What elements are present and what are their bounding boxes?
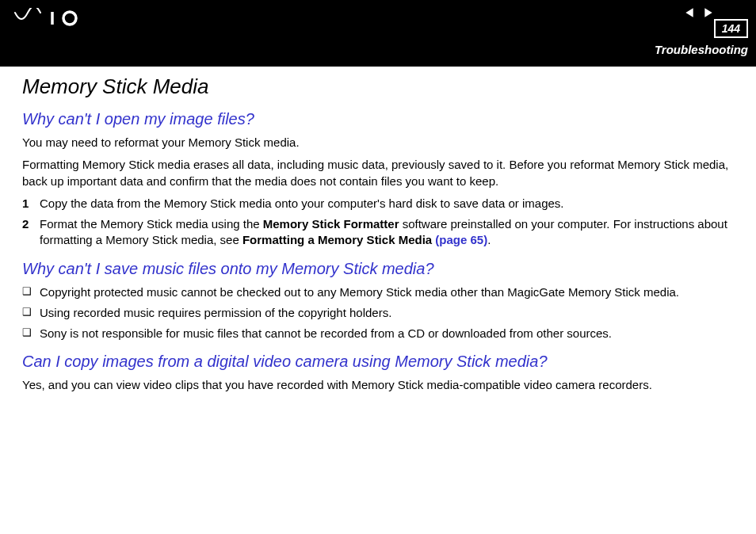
software-name: Memory Stick Formatter: [263, 217, 399, 231]
nav-arrows: [682, 6, 716, 19]
page-reference-link[interactable]: (page 65): [432, 233, 487, 246]
question-heading-1: Why can't I open my image files?: [22, 110, 739, 128]
step-text: Format the Memory Stick media using the …: [40, 216, 739, 249]
svg-marker-2: [685, 8, 693, 17]
section-label: Troubleshooting: [655, 43, 748, 56]
next-page-arrow-icon[interactable]: [701, 6, 716, 19]
bullet-icon: ❑: [22, 305, 40, 321]
ordered-step-1: 1 Copy the data from the Memory Stick me…: [22, 196, 739, 212]
bullet-text: Copyright protected music cannot be chec…: [40, 284, 739, 300]
step-number: 1: [22, 196, 40, 212]
page-title: Memory Stick Media: [22, 74, 739, 99]
bullet-item: ❑ Using recorded music requires permissi…: [22, 305, 739, 321]
question-heading-2: Why can't I save music files onto my Mem…: [22, 260, 739, 278]
ordered-step-2: 2 Format the Memory Stick media using th…: [22, 216, 739, 249]
question-heading-3: Can I copy images from a digital video c…: [22, 353, 739, 371]
step-text: Copy the data from the Memory Stick medi…: [40, 196, 739, 212]
bullet-icon: ❑: [22, 326, 40, 341]
vaio-logo: [14, 8, 86, 32]
page-header: 144 Troubleshooting: [0, 0, 756, 67]
page-content: Memory Stick Media Why can't I open my i…: [0, 67, 756, 394]
bullet-text: Using recorded music requires permission…: [40, 305, 739, 321]
paragraph: You may need to reformat your Memory Sti…: [22, 135, 739, 151]
svg-point-1: [63, 12, 76, 25]
bullet-item: ❑ Copyright protected music cannot be ch…: [22, 284, 739, 300]
prev-page-arrow-icon[interactable]: [682, 6, 697, 19]
reference-title: Formatting a Memory Stick Media: [242, 233, 432, 246]
svg-marker-3: [704, 8, 712, 17]
bullet-text: Sony is not responsible for music files …: [40, 326, 739, 341]
bullet-item: ❑ Sony is not responsible for music file…: [22, 326, 739, 341]
bullet-icon: ❑: [22, 284, 40, 300]
step-number: 2: [22, 216, 40, 249]
paragraph: Formatting Memory Stick media erases all…: [22, 157, 739, 189]
text-run: .: [487, 233, 491, 246]
page-number: 144: [714, 19, 748, 38]
text-run: Format the Memory Stick media using the: [40, 217, 263, 231]
paragraph: Yes, and you can view video clips that y…: [22, 377, 739, 393]
